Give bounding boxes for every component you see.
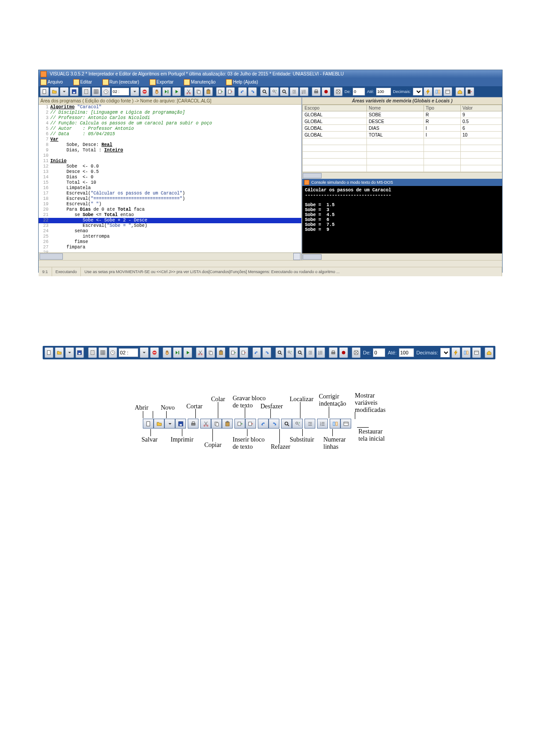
col-nome[interactable]: Nome bbox=[367, 105, 424, 111]
find-button[interactable] bbox=[275, 347, 284, 358]
print-button[interactable] bbox=[312, 87, 321, 96]
timer-button[interactable] bbox=[102, 87, 110, 96]
indent-button[interactable] bbox=[290, 87, 299, 96]
timer-button[interactable] bbox=[109, 347, 118, 358]
code-line[interactable]: 14 Dias <- 0 bbox=[39, 175, 301, 180]
copy-button[interactable] bbox=[194, 87, 203, 96]
step-button[interactable] bbox=[173, 347, 182, 358]
layout-button[interactable] bbox=[82, 87, 91, 96]
menu-run[interactable]: Run (executar) bbox=[102, 80, 144, 84]
console-header[interactable]: Console simulando o modo texto do MS-DOS bbox=[302, 179, 502, 186]
hscroll-thumb[interactable] bbox=[40, 253, 63, 260]
code-line[interactable]: 27 fimpara bbox=[39, 245, 301, 250]
code-line[interactable]: 16 Limpatela bbox=[39, 186, 301, 191]
print-button[interactable] bbox=[329, 347, 338, 358]
decimais-select[interactable] bbox=[440, 348, 450, 358]
window-titlebar[interactable]: VISUALG 3.0.5.2 * Interpretador e Editor… bbox=[39, 70, 502, 78]
insert-block-button[interactable] bbox=[229, 347, 238, 358]
menu-manutencao[interactable]: Manutenção bbox=[184, 80, 220, 84]
code-line[interactable]: 5// Autor : Professor Antonio bbox=[39, 126, 301, 132]
undo-button[interactable] bbox=[252, 347, 261, 358]
code-hscroll[interactable] bbox=[39, 252, 301, 260]
layout-button[interactable] bbox=[88, 347, 97, 358]
grid-button[interactable] bbox=[92, 87, 101, 96]
code-line[interactable]: 10 bbox=[39, 153, 301, 159]
code-line[interactable]: 23 Escreval("Sobe = ",Sobe) bbox=[39, 223, 301, 229]
code-line[interactable]: 9 Dias, Total : Inteiro bbox=[39, 148, 301, 153]
break-button[interactable] bbox=[163, 347, 172, 358]
random-button[interactable] bbox=[334, 87, 343, 96]
replace-button[interactable] bbox=[286, 347, 295, 358]
code-line[interactable]: 13 Desce <- 0.5 bbox=[39, 169, 301, 175]
de-field[interactable] bbox=[373, 348, 385, 357]
timer-field[interactable] bbox=[119, 348, 138, 357]
code-line[interactable]: 19 Escreval(" ") bbox=[39, 202, 301, 207]
home-button[interactable] bbox=[485, 347, 494, 358]
code-line[interactable]: 1Algoritmo "Caracol" bbox=[39, 105, 301, 110]
code-line[interactable]: 26 fimse bbox=[39, 239, 301, 245]
code-line[interactable]: 8 Sobe, Desce: Real bbox=[39, 142, 301, 148]
de-field[interactable] bbox=[353, 88, 365, 96]
find-button[interactable] bbox=[260, 87, 269, 96]
code-line[interactable]: 12 Sobe <- 0.0 bbox=[39, 164, 301, 169]
table-row[interactable]: GLOBALDIASI6 bbox=[303, 125, 502, 132]
code-line[interactable]: 18 Escreval("===========================… bbox=[39, 196, 301, 202]
flash-button[interactable] bbox=[451, 347, 460, 358]
code-editor[interactable]: 1Algoritmo "Caracol"2// Disciplina: [Lin… bbox=[39, 105, 301, 252]
code-line[interactable]: 25 interrompa bbox=[39, 234, 301, 239]
stop-button[interactable] bbox=[150, 347, 159, 358]
timer-dropdown[interactable] bbox=[140, 347, 149, 358]
code-line[interactable]: 15 Total <- 10 bbox=[39, 180, 301, 186]
open-dropdown[interactable] bbox=[60, 87, 69, 96]
paste-button[interactable] bbox=[216, 347, 225, 358]
vars-button[interactable] bbox=[433, 87, 442, 96]
code-line[interactable]: 24 senao bbox=[39, 229, 301, 234]
new-button[interactable] bbox=[40, 87, 49, 96]
run-button[interactable] bbox=[183, 347, 192, 358]
vars-button[interactable] bbox=[462, 347, 471, 358]
replace-button[interactable] bbox=[270, 87, 279, 96]
code-line[interactable]: 4// Função: Calcula os passos de um cara… bbox=[39, 121, 301, 126]
col-tipo[interactable]: Tipo bbox=[424, 105, 460, 111]
timer-field[interactable] bbox=[111, 88, 129, 96]
open-button[interactable] bbox=[55, 347, 64, 358]
console-hscroll[interactable] bbox=[302, 253, 502, 260]
code-line[interactable]: 20 Para Dias de 0 ate Total faca bbox=[39, 207, 301, 212]
open-button[interactable] bbox=[50, 87, 59, 96]
console-hscroll-thumb[interactable] bbox=[303, 254, 322, 260]
find-next-button[interactable] bbox=[296, 347, 305, 358]
undo-button[interactable] bbox=[238, 87, 247, 96]
number-lines-button[interactable]: 123 bbox=[316, 347, 325, 358]
code-line[interactable]: 28 bbox=[39, 250, 301, 252]
redo-button[interactable] bbox=[248, 87, 257, 96]
run-button[interactable] bbox=[172, 87, 181, 96]
ate-field[interactable] bbox=[376, 88, 391, 96]
decimais-select[interactable] bbox=[413, 88, 423, 96]
random-button[interactable] bbox=[352, 347, 361, 358]
open-dropdown[interactable] bbox=[65, 347, 74, 358]
code-line[interactable]: 7Var bbox=[39, 137, 301, 142]
menu-help[interactable]: Help (Ajuda) bbox=[226, 80, 263, 84]
new-button[interactable] bbox=[44, 347, 53, 358]
find-next-button[interactable] bbox=[280, 87, 289, 96]
table-row[interactable]: GLOBALSOBER9 bbox=[303, 111, 502, 118]
col-escopo[interactable]: Escopo bbox=[303, 105, 367, 111]
menu-exportar[interactable]: Exportar bbox=[150, 80, 178, 84]
exit-button[interactable] bbox=[465, 87, 474, 96]
save-button[interactable] bbox=[75, 347, 84, 358]
number-lines-button[interactable]: 123 bbox=[300, 87, 309, 96]
save-button[interactable] bbox=[70, 87, 79, 96]
save-block-button[interactable] bbox=[226, 87, 235, 96]
menu-arquivo[interactable]: Arquivo bbox=[40, 80, 67, 84]
breakpoint-button[interactable] bbox=[339, 347, 348, 358]
timer-dropdown[interactable] bbox=[130, 87, 139, 96]
step-button[interactable] bbox=[162, 87, 171, 96]
menu-editar[interactable]: Editar bbox=[73, 80, 97, 84]
insert-block-button[interactable] bbox=[216, 87, 225, 96]
redo-button[interactable] bbox=[262, 347, 271, 358]
restore-button[interactable] bbox=[443, 87, 452, 96]
code-line[interactable]: 6// Data : 05/04/2015 bbox=[39, 132, 301, 137]
paste-button[interactable] bbox=[204, 87, 213, 96]
code-line[interactable]: 11Inicio bbox=[39, 159, 301, 164]
code-line[interactable]: 3// Professor: Antonio Carlos Nicolodi bbox=[39, 115, 301, 121]
